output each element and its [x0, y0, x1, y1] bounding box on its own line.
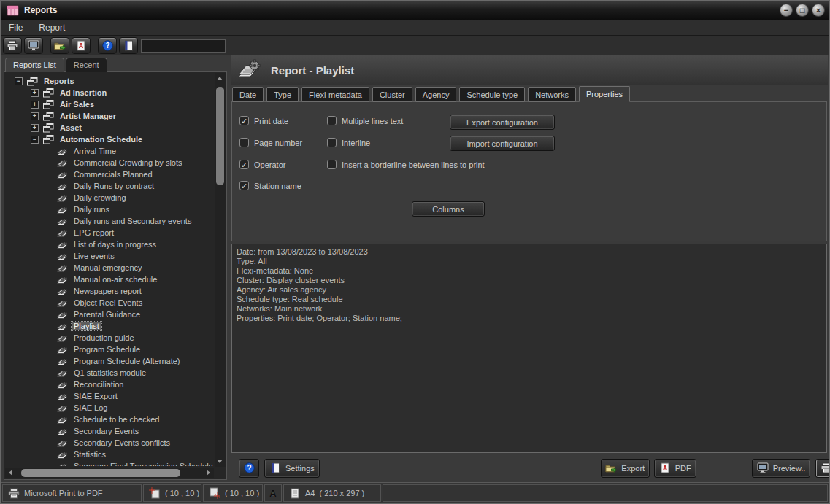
- title-bar[interactable]: Reports − □ ×: [1, 1, 829, 20]
- close-button[interactable]: ×: [812, 4, 825, 17]
- tree-item-label[interactable]: Schedule to be checked: [72, 415, 161, 424]
- print-button[interactable]: Print: [815, 459, 830, 478]
- tree-row[interactable]: Playlist: [6, 320, 213, 332]
- left-tab-reports-list[interactable]: Reports List: [5, 58, 64, 72]
- tree-item-label[interactable]: Parental Guidance: [72, 310, 142, 319]
- help-button[interactable]: ?: [239, 459, 259, 478]
- tree-vertical-scrollbar[interactable]: [215, 73, 226, 467]
- tab-type[interactable]: Type: [266, 87, 299, 102]
- minimize-button[interactable]: −: [780, 4, 793, 17]
- scroll-up-arrow[interactable]: [217, 77, 223, 80]
- checkbox-print-date[interactable]: ✓: [239, 116, 249, 125]
- pdf-button[interactable]: PDF: [654, 459, 696, 478]
- tree-item-label[interactable]: Daily runs and Secondary events: [72, 217, 193, 225]
- tree-row[interactable]: −Reports: [6, 75, 213, 87]
- collapse-icon[interactable]: −: [15, 77, 23, 85]
- expand-icon[interactable]: +: [31, 89, 39, 97]
- tree-row[interactable]: Summary Final Transmission Schedule: [6, 460, 213, 466]
- tree-item-label[interactable]: List of days in progress: [72, 240, 158, 249]
- tree-item-label[interactable]: Commercial Crowding by slots: [72, 158, 185, 167]
- tree-item-label[interactable]: Daily crowding: [72, 193, 128, 202]
- expand-icon[interactable]: +: [31, 101, 39, 109]
- export-button[interactable]: Export: [601, 459, 650, 478]
- horizontal-scroll-thumb[interactable]: [21, 469, 180, 477]
- tree-item-label[interactable]: Program Schedule: [72, 345, 142, 354]
- tree-row[interactable]: Production guide: [6, 332, 213, 344]
- settings-toolbar-button[interactable]: [119, 37, 138, 54]
- tree-row[interactable]: EPG report: [6, 227, 213, 239]
- print-toolbar-button[interactable]: [3, 37, 22, 54]
- tree-row[interactable]: −Automation Schedule: [6, 133, 213, 145]
- tab-date[interactable]: Date: [232, 87, 264, 102]
- tree-item-selected[interactable]: Playlist: [72, 322, 101, 330]
- tree-row[interactable]: Q1 statistics module: [6, 367, 213, 379]
- tree-row[interactable]: Parental Guidance: [6, 309, 213, 320]
- scroll-left-arrow[interactable]: [9, 470, 12, 476]
- tab-cluster[interactable]: Cluster: [372, 87, 412, 102]
- tree-row[interactable]: Program Schedule (Alternate): [6, 355, 213, 367]
- expand-icon[interactable]: +: [31, 112, 39, 120]
- columns-button[interactable]: Columns: [412, 201, 485, 217]
- tree-row[interactable]: +Asset: [6, 122, 213, 133]
- menu-file[interactable]: File: [1, 23, 31, 33]
- tree-row[interactable]: Daily runs and Secondary events: [6, 215, 213, 227]
- export-toolbar-button[interactable]: [50, 37, 69, 54]
- tree-item-label[interactable]: Reconciliation: [72, 380, 126, 389]
- vertical-scroll-thumb[interactable]: [216, 87, 224, 185]
- import-configuration-button[interactable]: Import configuration: [450, 136, 555, 151]
- tree-row[interactable]: SIAE Log: [6, 402, 213, 414]
- maximize-button[interactable]: □: [796, 4, 809, 17]
- tree-item-label[interactable]: Daily runs: [72, 205, 112, 214]
- preview-toolbar-button[interactable]: [24, 37, 43, 54]
- tree-row[interactable]: List of days in progress: [6, 239, 213, 250]
- pdf-toolbar-button[interactable]: [72, 37, 91, 54]
- tab-agency[interactable]: Agency: [415, 87, 457, 102]
- tree-item-label[interactable]: Reports: [42, 77, 77, 85]
- tree-item-label[interactable]: Secondary Events: [72, 427, 141, 435]
- tree-item-label[interactable]: Program Schedule (Alternate): [72, 357, 182, 365]
- checkbox-multiple-lines-text[interactable]: [327, 116, 337, 125]
- scroll-down-arrow[interactable]: [217, 460, 223, 463]
- tree-row[interactable]: Object Reel Events: [6, 297, 213, 309]
- tree-item-label[interactable]: Automation Schedule: [58, 135, 145, 144]
- toolbar-search-input[interactable]: [141, 39, 226, 53]
- tree-row[interactable]: Daily Runs by contract: [6, 180, 213, 192]
- tree-item-label[interactable]: SIAE Export: [72, 392, 120, 400]
- tree-horizontal-scrollbar[interactable]: [5, 468, 214, 478]
- tree-row[interactable]: Schedule to be checked: [6, 414, 213, 425]
- tree-row[interactable]: Statistics: [6, 449, 213, 460]
- tree-item-label[interactable]: Arrival Time: [72, 147, 118, 155]
- tree-item-label[interactable]: SIAE Log: [72, 403, 109, 412]
- tree-item-label[interactable]: Object Reel Events: [72, 298, 145, 307]
- tree-row[interactable]: Live events: [6, 250, 213, 262]
- tree-row[interactable]: Commercial Crowding by slots: [6, 157, 213, 168]
- tree-row[interactable]: Program Schedule: [6, 344, 213, 355]
- tree-item-label[interactable]: Commercials Planned: [72, 170, 155, 179]
- menu-report[interactable]: Report: [31, 23, 73, 33]
- tree-row[interactable]: +Air Sales: [6, 98, 213, 110]
- scroll-right-arrow[interactable]: [207, 470, 210, 476]
- tree-row[interactable]: +Artist Manager: [6, 110, 213, 122]
- checkbox-station-name[interactable]: ✓: [239, 181, 249, 190]
- tree-row[interactable]: Reconciliation: [6, 379, 213, 390]
- tree-item-label[interactable]: Live events: [72, 252, 117, 260]
- tab-schedule-type[interactable]: Schedule type: [459, 87, 525, 102]
- checkbox-page-number[interactable]: [239, 138, 249, 147]
- tree-row[interactable]: Manual emergency: [6, 262, 213, 274]
- tree-row[interactable]: Daily crowding: [6, 192, 213, 203]
- checkbox-insert-a-borderline-between-lines-to-print[interactable]: [327, 160, 337, 169]
- tree-item-label[interactable]: Daily Runs by contract: [72, 182, 156, 190]
- tree-row[interactable]: Arrival Time: [6, 145, 213, 157]
- tree-row[interactable]: Commercials Planned: [6, 168, 213, 180]
- tree-item-label[interactable]: Manual on-air schedule: [72, 275, 159, 284]
- tree-row[interactable]: Secondary Events: [6, 425, 213, 437]
- tree-item-label[interactable]: Ad Insertion: [58, 88, 109, 97]
- tree-item-label[interactable]: Manual emergency: [72, 263, 145, 272]
- export-configuration-button[interactable]: Export configuration: [450, 115, 555, 130]
- tree-item-label[interactable]: Statistics: [72, 450, 108, 459]
- tree-row[interactable]: SIAE Export: [6, 390, 213, 402]
- expand-icon[interactable]: +: [31, 124, 39, 132]
- tree-row[interactable]: Manual on-air schedule: [6, 274, 213, 285]
- tab-networks[interactable]: Networks: [528, 87, 576, 102]
- checkbox-operator[interactable]: ✓: [239, 160, 249, 169]
